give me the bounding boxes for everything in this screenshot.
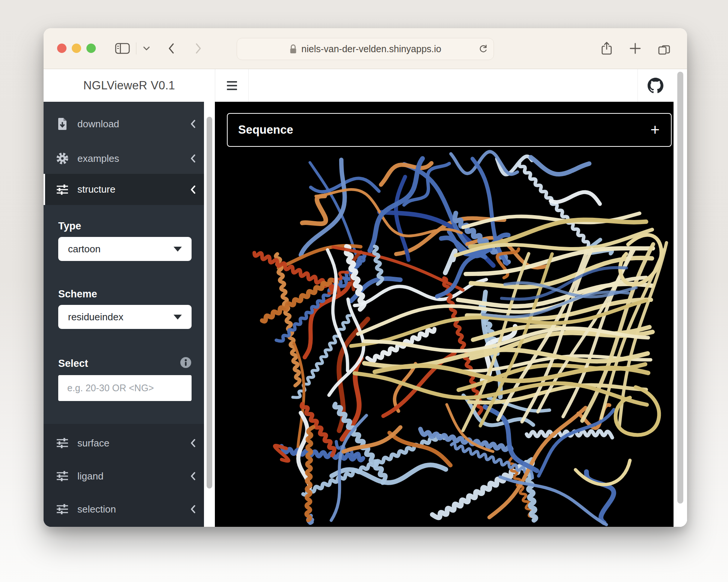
sidebar-section-bottom: surface — [44, 424, 204, 527]
toolbar-right-actions — [601, 28, 671, 69]
sidebar-scrollbar — [204, 102, 215, 527]
desktop-background: niels-van-der-velden.shinyapps.io — [0, 0, 728, 582]
brand-title: NGLVieweR V0.1 — [44, 69, 215, 102]
sequence-title: Sequence — [228, 123, 293, 137]
select-label: Select — [58, 358, 88, 369]
share-icon — [601, 41, 613, 56]
sidebar-toggle-button[interactable] — [114, 28, 131, 69]
sidebar-panel-icon — [115, 43, 130, 54]
sidebar-item-label: surface — [77, 437, 109, 449]
sliders-icon — [56, 184, 69, 196]
main-row: download — [44, 102, 687, 527]
scheme-label: Scheme — [58, 289, 192, 299]
sidebar-item-surface[interactable]: surface — [44, 430, 204, 456]
chevron-down-icon — [143, 46, 150, 51]
window-controls — [57, 44, 96, 53]
info-icon[interactable] — [180, 357, 192, 370]
forward-button[interactable] — [191, 28, 206, 69]
github-octocat-icon — [648, 78, 663, 93]
sidebar-item-download[interactable]: download — [44, 111, 204, 137]
chevron-left-icon — [168, 43, 175, 54]
lock-icon — [289, 44, 297, 54]
sidebar-item-label: selection — [77, 504, 116, 515]
sequence-panel[interactable]: Sequence + — [227, 113, 672, 147]
chevron-left-icon — [190, 154, 196, 163]
browser-toolbar: niels-van-der-velden.shinyapps.io — [44, 28, 687, 69]
plus-icon — [629, 42, 641, 54]
url-text: niels-van-der-velden.shinyapps.io — [301, 44, 441, 54]
sidebar-item-structure[interactable]: structure — [44, 174, 204, 205]
sliders-icon — [56, 470, 69, 482]
type-label: Type — [58, 221, 192, 231]
refresh-icon — [478, 44, 489, 54]
type-select[interactable]: cartoon — [58, 237, 192, 261]
tab-overview-button[interactable] — [658, 42, 671, 55]
back-button[interactable] — [164, 28, 179, 69]
file-download-icon — [56, 118, 69, 130]
tab-group-chevron-button[interactable] — [140, 28, 153, 69]
sidebar-item-selection[interactable]: selection — [44, 496, 204, 522]
expand-plus-button[interactable]: + — [650, 122, 671, 138]
new-tab-button[interactable] — [629, 42, 641, 54]
chevron-left-icon — [190, 471, 196, 481]
sidebar-item-label: examples — [77, 153, 119, 164]
select-row: Select — [58, 357, 192, 370]
address-bar[interactable]: niels-van-der-velden.shinyapps.io — [237, 38, 494, 60]
scheme-select-value: residueindex — [68, 311, 123, 323]
chevron-left-icon — [190, 504, 196, 514]
sidebar-section-top: download — [44, 102, 204, 174]
sidebar: download — [44, 102, 204, 527]
chevron-left-icon — [190, 438, 196, 448]
caret-down-icon — [174, 247, 182, 252]
close-window-button[interactable] — [57, 44, 66, 53]
chevron-left-icon — [190, 119, 196, 129]
refresh-button[interactable] — [478, 44, 489, 55]
app-header: NGLVieweR V0.1 — [44, 69, 687, 102]
sidebar-item-examples[interactable]: examples — [44, 145, 204, 172]
chevron-left-icon — [190, 185, 196, 195]
tabs-icon — [658, 42, 671, 55]
sidebar-item-label: structure — [77, 184, 115, 195]
share-button[interactable] — [601, 41, 613, 56]
sliders-icon — [56, 503, 69, 515]
ngl-viewer[interactable]: Sequence + — [215, 102, 674, 527]
toolbar-divider — [136, 42, 136, 54]
page-scrollbar-thumb[interactable] — [677, 72, 683, 504]
sidebar-item-ligand[interactable]: ligand — [44, 463, 204, 489]
sliders-icon — [56, 437, 69, 449]
web-page: NGLVieweR V0.1 — [44, 69, 687, 527]
header-spacer — [249, 69, 637, 102]
protein-structure[interactable] — [215, 102, 674, 527]
safari-window: niels-van-der-velden.shinyapps.io — [44, 28, 687, 527]
sidebar-collapse-button[interactable] — [215, 69, 249, 102]
type-select-value: cartoon — [68, 243, 101, 255]
chevron-right-icon — [195, 43, 202, 54]
sidebar-item-label: ligand — [77, 470, 103, 482]
structure-panel: Type cartoon Scheme residueindex Select — [44, 205, 204, 424]
zoom-window-button[interactable] — [86, 44, 96, 53]
scheme-select[interactable]: residueindex — [58, 305, 192, 329]
sidebar-item-label: download — [77, 118, 119, 130]
minimize-window-button[interactable] — [72, 44, 81, 53]
caret-down-icon — [174, 315, 182, 320]
select-input[interactable] — [58, 375, 192, 401]
hamburger-icon — [227, 81, 237, 90]
sidebar-scrollbar-thumb[interactable] — [207, 117, 212, 489]
gear-icon — [56, 152, 69, 164]
